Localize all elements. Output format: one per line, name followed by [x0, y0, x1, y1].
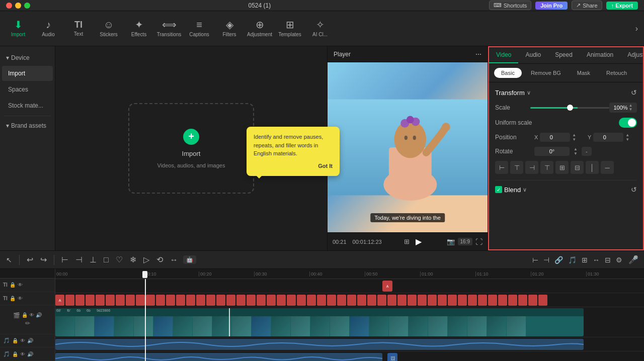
sidebar-item-import[interactable]: Import — [2, 66, 53, 81]
tl-rotate[interactable]: ⟲ — [154, 253, 165, 266]
text-clip[interactable]: A — [55, 295, 64, 306]
text-clip[interactable] — [277, 295, 286, 306]
text-clip[interactable] — [206, 295, 215, 306]
scale-slider[interactable] — [530, 107, 609, 109]
text-clip[interactable] — [448, 295, 457, 306]
tl-crop[interactable]: ↔ — [168, 254, 180, 266]
join-pro-button[interactable]: Join Pro — [535, 2, 568, 10]
audio-clip-2a[interactable] — [55, 353, 382, 361]
tl-zoom-icon[interactable]: ⊟ — [603, 254, 612, 265]
text-clip[interactable] — [216, 295, 225, 306]
text-clip[interactable] — [146, 295, 155, 306]
scale-stepper[interactable]: ▲▼ — [629, 104, 633, 112]
blend-reset-icon[interactable]: ↺ — [631, 186, 637, 194]
import-dropzone[interactable]: + Import Videos, audios, and images — [128, 103, 254, 194]
track-text-2-lock[interactable]: 🔒 — [10, 296, 16, 301]
tl-favorite[interactable]: ♡ — [114, 253, 125, 266]
sidebar-device-section[interactable]: ▾ Device — [0, 50, 55, 65]
tab-audio[interactable]: Audio — [518, 47, 548, 63]
shortcuts-button[interactable]: ⌨ Shortcuts — [489, 1, 531, 10]
position-x-input[interactable] — [540, 133, 570, 142]
text-clip[interactable] — [408, 295, 417, 306]
tl-mic-icon[interactable]: 🎤 — [627, 253, 640, 266]
text-clip[interactable] — [86, 295, 95, 306]
tab-adjustment[interactable]: Adjustmen — [620, 47, 643, 63]
text-clip[interactable] — [488, 295, 497, 306]
text-clip[interactable] — [478, 295, 487, 306]
text-clip[interactable] — [106, 295, 115, 306]
track-audio-2-eye[interactable]: 👁 — [20, 351, 25, 357]
distribute-v-button[interactable]: ─ — [601, 161, 614, 174]
track-video-pen[interactable]: ✏ — [25, 320, 30, 327]
tl-magnet-icon[interactable]: ⊣ — [542, 254, 551, 265]
track-video-eye[interactable]: 👁 — [29, 312, 34, 319]
text-clip[interactable] — [418, 295, 427, 306]
align-center-h-button[interactable]: ⊤ — [510, 161, 523, 174]
tl-delete[interactable]: □ — [102, 254, 111, 266]
tl-audio-link-icon[interactable]: 🎵 — [567, 254, 578, 265]
tool-transitions[interactable]: ⟺ Transitions — [155, 14, 183, 44]
text-clip[interactable] — [297, 295, 306, 306]
track-text-1-lock[interactable]: 🔒 — [10, 282, 16, 288]
text-clip[interactable] — [518, 295, 527, 306]
position-y-input[interactable] — [593, 133, 623, 142]
grid-view-icon[interactable]: ⊞ — [404, 238, 410, 245]
tl-select-tool[interactable]: ↖ — [4, 254, 14, 265]
sub-tab-mask[interactable]: Mask — [570, 68, 597, 78]
track-video-lock[interactable]: 🔒 — [22, 312, 28, 319]
text-clip[interactable] — [317, 295, 326, 306]
text-clip[interactable] — [508, 295, 517, 306]
text-clip[interactable] — [528, 295, 537, 306]
tool-captions[interactable]: ≡ Captions — [185, 14, 213, 44]
tool-ai-clips[interactable]: ✧ AI Cl... — [306, 14, 334, 44]
close-button[interactable] — [6, 3, 12, 9]
tl-duplicate-icon[interactable]: ⊞ — [580, 254, 589, 265]
share-button[interactable]: ↗ Share — [572, 1, 602, 10]
minimize-button[interactable] — [15, 3, 21, 9]
tool-audio[interactable]: ♪ Audio — [34, 14, 62, 44]
aspect-ratio-label[interactable]: 16:9 — [458, 238, 472, 245]
align-left-button[interactable]: ⊢ — [495, 161, 508, 174]
fullscreen-icon[interactable]: ⛶ — [475, 238, 482, 246]
tl-link-icon[interactable]: 🔗 — [553, 254, 565, 265]
toolbar-expand-button[interactable]: › — [633, 22, 640, 35]
tl-trim-right[interactable]: ⊥ — [88, 253, 99, 266]
track-text-2-eye[interactable]: 👁 — [18, 296, 23, 301]
track-audio-2-vol[interactable]: 🔊 — [27, 351, 33, 357]
text-clip[interactable] — [287, 295, 296, 306]
sidebar-item-stock-mate[interactable]: Stock mate... — [2, 98, 53, 113]
text-clip[interactable] — [357, 295, 366, 306]
text-clip[interactable] — [65, 295, 74, 306]
text-clip[interactable] — [387, 295, 396, 306]
text-clip[interactable] — [307, 295, 316, 306]
track-audio-1-lock[interactable]: 🔒 — [12, 338, 18, 343]
tl-split[interactable]: ⊢ — [59, 253, 70, 266]
position-y-stepper[interactable]: ▲▼ — [625, 133, 629, 142]
text-clip[interactable] — [458, 295, 467, 306]
track-audio-1-vol[interactable]: 🔊 — [27, 338, 33, 343]
track-audio-2-lock[interactable]: 🔒 — [12, 351, 18, 357]
text-clip[interactable] — [96, 295, 105, 306]
text-clip[interactable] — [377, 295, 386, 306]
text-clip[interactable] — [156, 295, 165, 306]
text-clip[interactable] — [257, 295, 266, 306]
rotate-input[interactable] — [534, 147, 570, 156]
position-x-stepper[interactable]: ▲▼ — [572, 133, 576, 142]
tl-freeze[interactable]: ❄ — [128, 253, 138, 266]
import-button-label[interactable]: Import — [182, 150, 201, 157]
text-clip[interactable] — [176, 295, 185, 306]
text-clip[interactable] — [236, 295, 246, 306]
tab-video[interactable]: Video — [489, 47, 518, 63]
text-clip[interactable] — [75, 295, 85, 306]
export-button[interactable]: ↑ Export — [606, 2, 638, 10]
text-clip[interactable] — [267, 295, 276, 306]
text-clip[interactable] — [327, 295, 336, 306]
uniform-scale-toggle[interactable] — [619, 118, 637, 128]
sidebar-item-spaces[interactable]: Spaces — [2, 82, 53, 97]
main-video-clip[interactable]: 68' fb' 6b 6b 9d23866 — [55, 308, 584, 336]
tab-animation[interactable]: Animation — [580, 47, 620, 63]
play-button[interactable]: ▶ — [413, 236, 425, 248]
text-clip[interactable] — [367, 295, 376, 306]
audio-clip-1[interactable] — [55, 339, 584, 350]
audio-photo-marker[interactable]: 🖼 — [387, 353, 397, 361]
